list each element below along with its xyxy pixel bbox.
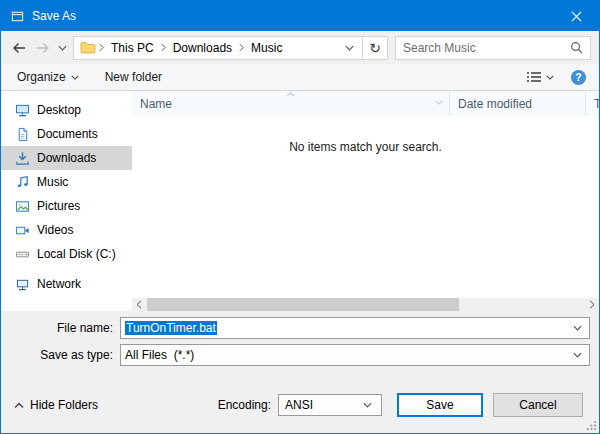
file-fields: File name: TurnOnTimer.bat Save as type:… [1,311,599,369]
sidebar-item-music[interactable]: Music [1,170,132,194]
file-name-dropdown-icon[interactable] [573,325,585,331]
save-as-type-select[interactable]: All Files (*.*) [120,344,590,366]
documents-icon [14,126,30,142]
views-icon [527,71,541,83]
refresh-button[interactable]: ↻ [363,36,388,60]
column-header-type[interactable]: Type [586,91,600,116]
sidebar-item-label: Downloads [37,151,96,165]
sidebar-item-label: Desktop [37,103,81,117]
close-button[interactable] [553,1,599,31]
sidebar-item-network[interactable]: Network [1,272,132,296]
save-button-label: Save [426,398,453,412]
toolbar: Organize New folder ? [1,64,599,91]
folder-icon [80,41,96,54]
file-name-label: File name: [1,321,120,335]
breadcrumb-this-pc[interactable]: This PC [107,39,158,57]
sidebar-item-videos[interactable]: Videos [1,218,132,242]
breadcrumb-separator-icon[interactable] [96,43,107,52]
search-input[interactable]: Search Music [395,36,591,60]
filter-chevron-icon[interactable] [435,100,443,105]
save-as-type-dropdown-icon[interactable] [573,352,585,358]
file-name-value: TurnOnTimer.bat [125,321,217,335]
chevron-down-icon [546,75,554,80]
column-headers: Name Date modified Type [132,91,599,116]
sidebar-item-local-disk-c[interactable]: Local Disk (C:) [1,242,132,266]
downloads-icon [14,150,30,166]
music-icon [14,174,30,190]
resize-grip[interactable] [586,420,597,431]
save-button[interactable]: Save [397,393,483,417]
breadcrumb-music[interactable]: Music [247,39,286,57]
hide-folders-label: Hide Folders [30,398,98,412]
network-icon [14,276,30,292]
dialog-icon [10,9,25,24]
new-folder-label: New folder [105,70,162,84]
hide-folders-button[interactable]: Hide Folders [14,398,98,412]
sidebar-item-label: Pictures [37,199,80,213]
encoding-dropdown-icon[interactable] [363,402,375,408]
sidebar-item-label: Network [37,277,81,291]
address-dropdown-chevron-icon[interactable] [337,45,362,51]
navigation-pane: Desktop Documents Downloads Music Pictur… [1,91,132,311]
titlebar: Save As [1,1,599,31]
organize-button[interactable]: Organize [17,70,79,84]
help-icon: ? [570,69,587,86]
navigation-bar: This PC Downloads Music ↻ Search Music [1,31,599,64]
sidebar-item-label: Local Disk (C:) [37,247,116,261]
cancel-button[interactable]: Cancel [493,393,583,417]
forward-button[interactable] [31,36,55,60]
scroll-left-icon[interactable] [132,298,146,311]
column-label: Type [594,97,600,111]
recent-locations-chevron-icon[interactable] [55,36,70,60]
svg-text:?: ? [575,72,581,83]
cancel-button-label: Cancel [519,398,556,412]
file-name-input[interactable]: TurnOnTimer.bat [120,317,590,339]
sidebar-item-label: Documents [37,127,98,141]
sidebar-item-desktop[interactable]: Desktop [1,98,132,122]
footer: Hide Folders Encoding: ANSI Save Cancel [1,369,599,433]
sidebar-item-pictures[interactable]: Pictures [1,194,132,218]
breadcrumb-downloads[interactable]: Downloads [169,39,236,57]
new-folder-button[interactable]: New folder [105,70,162,84]
column-label: Date modified [458,97,532,111]
breadcrumb-separator-icon[interactable] [158,43,169,52]
organize-label: Organize [17,70,66,84]
column-label: Name [140,97,172,111]
address-bar[interactable]: This PC Downloads Music [73,36,363,60]
hard-drive-icon [14,246,30,262]
pictures-icon [14,198,30,214]
scrollbar-thumb[interactable] [147,298,459,311]
column-header-name[interactable]: Name [132,91,450,116]
empty-message: No items match your search. [132,140,599,154]
content-area: Desktop Documents Downloads Music Pictur… [1,91,599,311]
views-button[interactable] [527,71,554,83]
sort-ascending-icon [286,92,295,97]
save-as-type-value: All Files (*.*) [125,348,194,362]
chevron-up-icon [14,402,24,409]
scroll-right-icon[interactable] [585,298,599,311]
encoding-label: Encoding: [218,398,278,412]
back-button[interactable] [7,36,31,60]
help-button[interactable]: ? [570,69,587,86]
sidebar-item-label: Videos [37,223,73,237]
sidebar-item-downloads[interactable]: Downloads [1,146,132,170]
search-icon[interactable] [570,41,583,54]
save-as-type-label: Save as type: [1,348,120,362]
sidebar-item-documents[interactable]: Documents [1,122,132,146]
sidebar-item-label: Music [37,175,68,189]
videos-icon [14,222,30,238]
encoding-select[interactable]: ANSI [278,394,382,416]
search-placeholder: Search Music [403,41,476,55]
encoding-value: ANSI [285,398,313,412]
column-header-date-modified[interactable]: Date modified [450,91,586,116]
horizontal-scrollbar[interactable] [132,298,599,311]
window-title: Save As [32,9,76,23]
desktop-icon [14,102,30,118]
file-list: Name Date modified Type No items match y… [132,91,599,311]
breadcrumb-separator-icon[interactable] [236,43,247,52]
save-as-dialog: Save As This PC Downloads [0,0,600,434]
chevron-down-icon [71,75,79,80]
